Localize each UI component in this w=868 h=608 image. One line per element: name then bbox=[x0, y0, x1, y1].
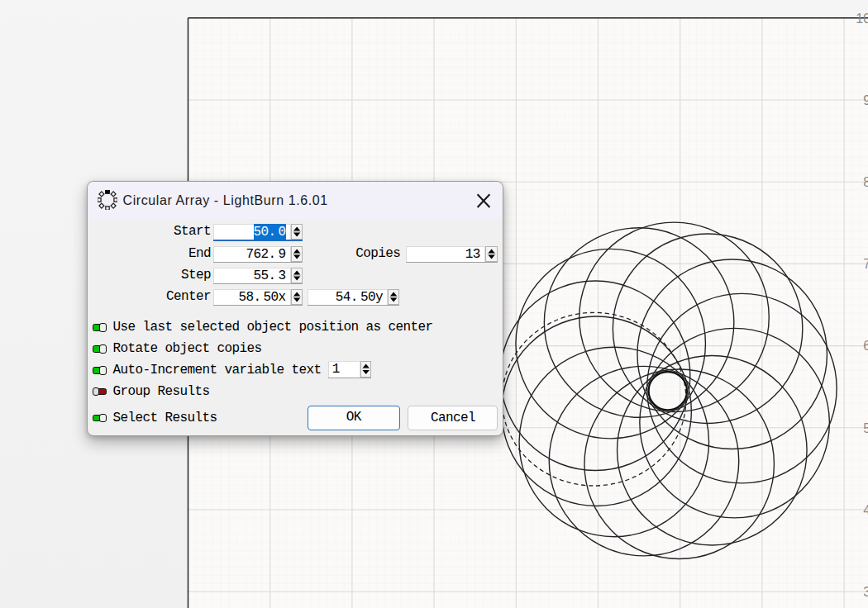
svg-text:100: 100 bbox=[856, 12, 868, 26]
svg-text:70: 70 bbox=[863, 257, 868, 271]
svg-text:60: 60 bbox=[863, 339, 868, 353]
svg-text:40: 40 bbox=[863, 503, 868, 517]
svg-text:80: 80 bbox=[863, 175, 868, 189]
svg-text:30: 30 bbox=[863, 585, 868, 599]
svg-text:50: 50 bbox=[863, 421, 868, 435]
svg-text:90: 90 bbox=[863, 93, 868, 107]
